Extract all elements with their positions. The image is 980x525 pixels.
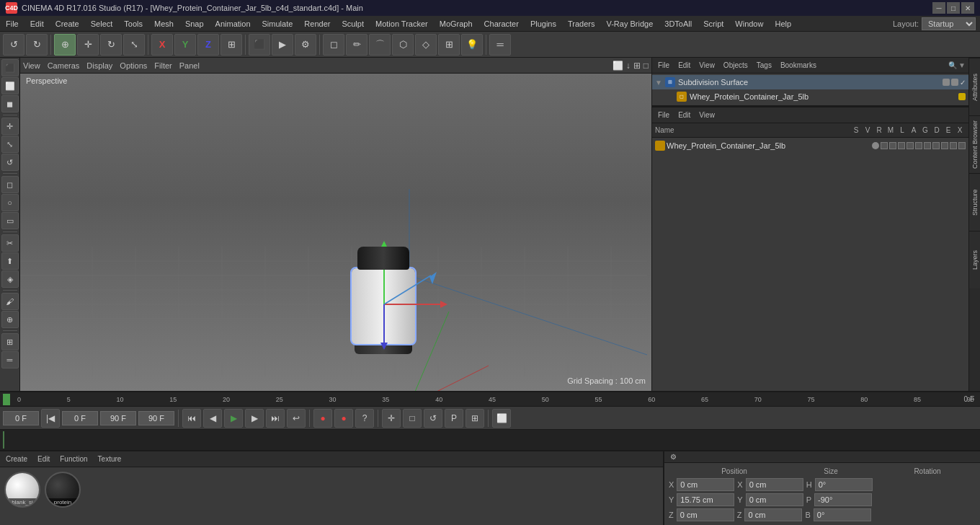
lc4[interactable] [898,142,905,149]
record-btn[interactable]: ● [313,409,332,428]
menu-animation[interactable]: Animation [210,18,257,30]
om-objects-btn[interactable]: Objects [721,60,751,71]
lower-edit-btn[interactable]: Edit [675,110,693,120]
menu-character[interactable]: Character [478,18,525,30]
lc2[interactable] [881,142,888,149]
mat-function-btn[interactable]: Function [57,454,90,464]
om-search-icon[interactable]: 🔍 [948,61,957,69]
lc8[interactable] [932,142,940,149]
vp-icon-3[interactable]: ⊞ [633,61,641,71]
menu-motion-tracker[interactable]: Motion Tracker [370,18,434,30]
tab-attributes[interactable]: Attributes [969,58,980,115]
x-axis-button[interactable]: X [151,34,173,56]
keys-btn[interactable]: ⊞ [466,409,484,428]
cube-button[interactable]: ◻ [323,34,344,56]
lt-knife-button[interactable]: ✂ [1,234,19,252]
tab-content-browser[interactable]: Content Browser [969,115,980,173]
lt-layers-button[interactable]: ⊞ [1,333,19,350]
obj-subdivision-surface[interactable]: ▼ ⊞ Subdivision Surface ✓ [652,75,968,89]
spline-button[interactable]: ⌒ [369,34,391,56]
lt-cylinder-button[interactable]: ▭ [1,212,19,229]
expand-icon[interactable]: ▼ [655,79,662,86]
rot-p-input[interactable] [814,493,872,506]
menu-select[interactable]: Select [85,18,119,30]
layout-dropdown[interactable]: Startup Standard [922,17,976,30]
move-key-btn[interactable]: ✛ [382,409,401,428]
lt-magnet-button[interactable]: ⊕ [1,311,19,328]
window-controls[interactable]: ─ □ ✕ [932,2,974,14]
menu-mesh[interactable]: Mesh [148,18,179,30]
size-y-input[interactable] [746,493,803,506]
play-btn[interactable]: ▶ [224,409,243,428]
lc6[interactable] [915,142,922,149]
3d-viewport[interactable]: X Y Z [20,74,651,391]
goto-start-button[interactable]: |◀ [41,409,60,428]
redo-button[interactable]: ↻ [26,34,48,56]
obj-ctrl-lock[interactable]: ✓ [960,79,966,87]
obj-ctrl-vis[interactable] [943,79,950,86]
rot-h-input[interactable] [815,478,873,491]
menu-script[interactable]: Script [698,18,729,30]
obj-whey-protein[interactable]: ◻ Whey_Protein_Container_Jar_5lb [652,89,968,104]
vp-icon-4[interactable]: □ [643,61,649,71]
vp-panel-menu[interactable]: Panel [179,61,200,70]
lc5[interactable] [906,142,914,149]
lower-file-btn[interactable]: File [655,110,672,120]
menu-file[interactable]: File [0,18,24,30]
lt-points-button[interactable]: ⬛ [1,59,19,76]
mat-create-btn[interactable]: Create [3,454,30,464]
select-tool-button[interactable]: ⊕ [54,34,76,56]
y-axis-button[interactable]: Y [174,34,196,56]
lt-extrude-button[interactable]: ⬆ [1,252,19,270]
end-frame-input-2[interactable] [138,411,174,425]
vp-icon-2[interactable]: ↓ [626,61,631,71]
render-settings-button[interactable]: ⚙ [295,34,316,56]
loop-btn[interactable]: ↩ [287,409,306,428]
lt-bevel-button[interactable]: ◈ [1,270,19,288]
menu-simulate[interactable]: Simulate [257,18,299,30]
tab-layers[interactable]: Layers [969,231,980,288]
lc3[interactable] [889,142,896,149]
size-x-input[interactable] [746,478,803,491]
menu-help[interactable]: Help [769,18,797,30]
lt-sphere-button[interactable]: ○ [1,194,19,211]
pla-btn[interactable]: P [445,409,463,428]
rotate-key-btn[interactable]: ↺ [424,409,442,428]
goto-end-btn[interactable]: ⏭ [266,409,285,428]
nurbs-button[interactable]: ⬡ [392,34,414,56]
lc10[interactable] [950,142,957,149]
vp-cameras-menu[interactable]: Cameras [48,61,80,70]
goto-start-btn[interactable]: ⏮ [182,409,201,428]
world-coord-button[interactable]: ⊞ [220,34,242,56]
end-frame-input[interactable] [100,411,136,425]
om-view-btn[interactable]: View [696,60,718,71]
mat-edit-btn[interactable]: Edit [35,454,53,464]
mat-blank-item[interactable]: blank_si [4,472,40,508]
menu-mograph[interactable]: MoGraph [434,18,478,30]
lt-move-button[interactable]: ✛ [1,118,19,135]
om-file-btn[interactable]: File [655,60,672,71]
z-axis-button[interactable]: Z [197,34,219,56]
lt-cube-button[interactable]: ◻ [1,176,19,193]
lc7[interactable] [924,142,931,149]
scale-tool-button[interactable]: ⤡ [123,34,145,56]
menu-traders[interactable]: Traders [562,18,601,30]
lt-rotate-button[interactable]: ↺ [1,154,19,171]
obj2-ctrl[interactable] [958,93,966,100]
array-button[interactable]: ⊞ [438,34,460,56]
maximize-button[interactable]: □ [947,2,960,14]
vp-options-menu[interactable]: Options [120,61,147,70]
size-z-input[interactable] [744,508,802,521]
deformer-button[interactable]: ◇ [415,34,437,56]
expand-icon-2[interactable] [667,93,674,100]
render-active-view-button[interactable]: ▶ [272,34,293,56]
move-tool-button[interactable]: ✛ [77,34,99,56]
auto-key-btn[interactable]: ● [334,409,353,428]
rot-b-input[interactable] [814,508,871,521]
lt-floor-button[interactable]: ═ [1,351,19,369]
camera-button[interactable]: 💡 [461,34,483,56]
menu-window[interactable]: Window [729,18,769,30]
pos-x-input[interactable] [677,478,734,491]
obj-ctrl-ren[interactable] [951,79,958,86]
lt-edges-button[interactable]: ⬜ [1,77,19,94]
